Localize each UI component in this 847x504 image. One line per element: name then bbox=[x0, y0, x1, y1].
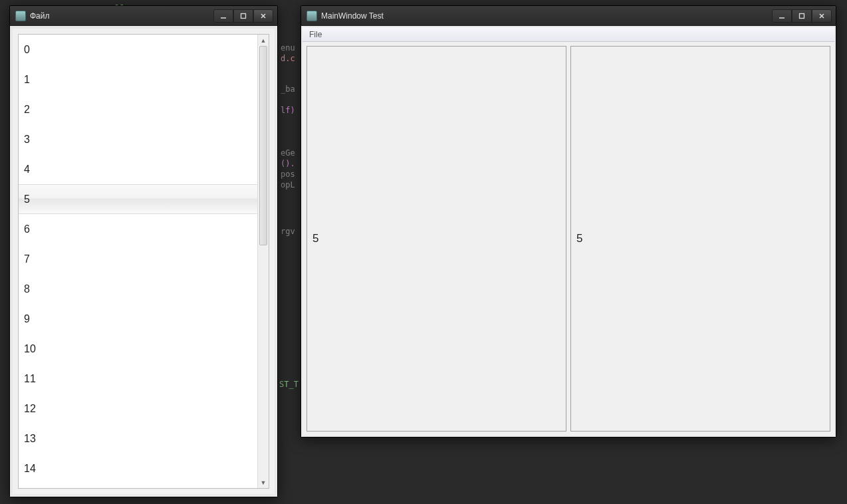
list-item[interactable]: 7 bbox=[19, 244, 257, 274]
scroll-thumb[interactable] bbox=[259, 46, 267, 245]
minimize-icon bbox=[779, 13, 785, 19]
right-pane[interactable]: 5 bbox=[570, 46, 830, 432]
left-pane[interactable]: 5 bbox=[306, 46, 566, 432]
list-item-label: 2 bbox=[24, 104, 30, 116]
list-item[interactable]: 10 bbox=[19, 334, 257, 364]
list-item-label: 12 bbox=[24, 403, 36, 415]
titlebar[interactable]: MainWindow Test bbox=[301, 6, 836, 26]
background-code-fragment: pos bbox=[281, 169, 295, 180]
maximize-icon bbox=[240, 13, 247, 19]
svg-rect-1 bbox=[241, 13, 246, 18]
close-button[interactable] bbox=[812, 9, 832, 23]
background-code-fragment: lf) bbox=[281, 105, 295, 116]
list-item[interactable]: 13 bbox=[19, 424, 257, 453]
background-code-fragment: eGe bbox=[281, 148, 295, 158]
list-item[interactable]: 2 bbox=[19, 94, 257, 124]
background-code-fragment: opL bbox=[281, 180, 295, 190]
list-item[interactable]: 9 bbox=[19, 304, 257, 334]
list-item[interactable]: 1 bbox=[19, 64, 257, 94]
list-item[interactable]: 4 bbox=[19, 154, 257, 184]
number-list[interactable]: 01234567891011121314 bbox=[19, 35, 257, 488]
list-item[interactable]: 3 bbox=[19, 124, 257, 154]
list-item-label: 5 bbox=[24, 193, 30, 205]
maximize-icon bbox=[798, 13, 805, 19]
list-item-label: 14 bbox=[24, 463, 36, 475]
background-code-fragment: rgv bbox=[281, 226, 295, 237]
list-item[interactable]: 5 bbox=[19, 184, 257, 214]
svg-rect-5 bbox=[800, 13, 804, 18]
list-item-label: 3 bbox=[24, 134, 30, 146]
menubar: File bbox=[302, 27, 834, 42]
minimize-icon bbox=[220, 13, 227, 19]
list-item[interactable]: 12 bbox=[19, 394, 257, 424]
window-body: 01234567891011121314 ▲ ▼ bbox=[10, 26, 277, 497]
app-icon bbox=[15, 11, 26, 21]
background-code-fragment: ST_T bbox=[279, 379, 299, 390]
list-item-label: 9 bbox=[24, 313, 30, 325]
app-icon bbox=[306, 11, 317, 21]
list-item-label: 1 bbox=[24, 74, 30, 86]
list-item-label: 4 bbox=[24, 164, 30, 176]
window-title: MainWindow Test bbox=[321, 11, 772, 21]
window-controls bbox=[213, 9, 273, 23]
list-container: 01234567891011121314 ▲ ▼ bbox=[18, 34, 269, 489]
window-title: Файл bbox=[30, 11, 213, 21]
list-item-label: 11 bbox=[24, 373, 36, 385]
list-item-label: 10 bbox=[24, 343, 36, 355]
scroll-up-button[interactable]: ▲ bbox=[258, 35, 269, 46]
background-code-fragment: _ba bbox=[281, 84, 295, 94]
minimize-button[interactable] bbox=[213, 9, 233, 23]
list-item[interactable]: 14 bbox=[19, 453, 257, 483]
list-item[interactable]: 8 bbox=[19, 274, 257, 304]
list-item-label: 8 bbox=[24, 283, 30, 295]
minimize-button[interactable] bbox=[772, 9, 792, 23]
background-code-fragment: enu bbox=[281, 43, 295, 53]
right-pane-value: 5 bbox=[576, 232, 582, 245]
left-pane-value: 5 bbox=[312, 232, 318, 245]
file-window: Файл 01234567891011121314 ▲ ▼ bbox=[9, 5, 278, 497]
scroll-down-button[interactable]: ▼ bbox=[258, 477, 269, 488]
menu-file[interactable]: File bbox=[302, 29, 328, 41]
list-item-label: 13 bbox=[24, 433, 36, 445]
background-code-fragment: (). bbox=[281, 158, 295, 169]
list-item-label: 6 bbox=[24, 223, 30, 235]
titlebar[interactable]: Файл bbox=[10, 6, 277, 26]
close-icon bbox=[818, 13, 825, 19]
close-icon bbox=[260, 13, 267, 19]
main-window: MainWindow Test File 5 5 bbox=[301, 5, 836, 438]
panes-container: 5 5 bbox=[302, 42, 834, 436]
list-item[interactable]: 11 bbox=[19, 364, 257, 394]
vertical-scrollbar[interactable]: ▲ ▼ bbox=[257, 35, 269, 488]
background-code-fragment: d.c bbox=[281, 53, 295, 64]
window-body: File 5 5 bbox=[301, 26, 836, 437]
list-item-label: 7 bbox=[24, 253, 30, 265]
close-button[interactable] bbox=[253, 9, 273, 23]
maximize-button[interactable] bbox=[792, 9, 812, 23]
list-item[interactable]: 6 bbox=[19, 214, 257, 244]
list-item-label: 0 bbox=[24, 44, 30, 56]
window-controls bbox=[772, 9, 832, 23]
maximize-button[interactable] bbox=[233, 9, 253, 23]
list-item[interactable]: 0 bbox=[19, 35, 257, 64]
